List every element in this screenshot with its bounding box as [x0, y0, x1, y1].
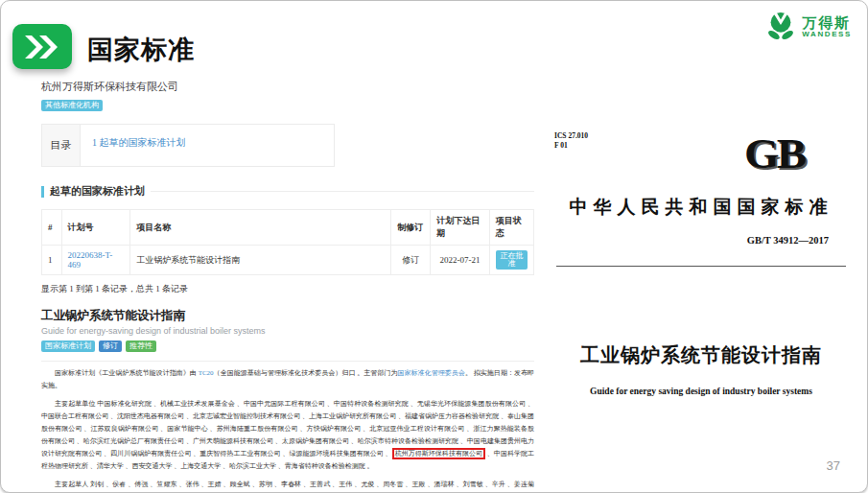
toc-body: 1 起草的国家标准计划 — [81, 125, 334, 166]
double-chevron-icon — [12, 24, 72, 69]
col-date: 计划下达日期 — [431, 210, 490, 246]
table-header-row: # 计划号 项目名称 制修订 计划下达日期 项目状态 — [42, 210, 534, 246]
col-status: 项目状态 — [489, 210, 533, 246]
gb-logo: GB — [744, 129, 804, 177]
intro-text-1: 国家标准计划《工业锅炉系统节能设计指南》由 — [55, 369, 199, 377]
page-number: 37 — [827, 458, 840, 473]
cover-rule — [556, 266, 846, 267]
standard-title: 工业锅炉系统节能设计指南 — [41, 308, 534, 324]
section-title: 起草的国家标准计划 — [50, 184, 145, 199]
page-title: 国家标准 — [87, 33, 195, 67]
company-name: 杭州万得斯环保科技有限公司 — [41, 80, 534, 94]
paragraph-drafting-units: 主要起草单位 中国标准化研究院 、机械工业技术发展基金会 、中国中元国际工程有限… — [41, 398, 534, 473]
cover-subtitle-en: Guide for energy saving design of indust… — [543, 387, 859, 396]
intro-text-2: （全国能源基础与管理标准化技术委员会）归口 。主管部门为 — [214, 369, 398, 377]
class-code-line: F 01 — [554, 141, 588, 151]
col-name: 项目名称 — [130, 210, 391, 246]
slide: 国家标准 万得斯 WANDESS 杭州万得斯环保科技有限公司 其他标准化机构 目… — [0, 0, 868, 493]
cover-title: 工业锅炉系统节能设计指南 — [543, 342, 859, 368]
table-row: 1 20220638-T-469 工业锅炉系统节能设计指南 修订 2022-07… — [42, 246, 534, 275]
brand-name-en: WANDESS — [802, 31, 852, 38]
chevron-right-icon — [22, 34, 62, 60]
section-accent-bar — [41, 186, 44, 198]
toc-box: 目录 1 起草的国家标准计划 — [41, 124, 335, 167]
webpage-screenshot: 杭州万得斯环保科技有限公司 其他标准化机构 目录 1 起草的国家标准计划 起草的… — [41, 80, 534, 493]
plan-number-link[interactable]: 20220638-T-469 — [68, 250, 113, 270]
authors-text-1: 主要起草人 刘钊 、侯睿 、傅强 、笪耀东 、张伟 、王婧 、顾全斌 、苏明 、… — [41, 481, 534, 493]
badge-national-plan: 国家标准计划 — [41, 340, 95, 352]
col-plan-no: 计划号 — [61, 210, 130, 246]
cell-project-name: 工业锅炉系统节能设计指南 — [130, 246, 391, 275]
content-divider — [41, 361, 534, 362]
standard-cover-page: ICS 27.010 F 01 GB 中华人民共和国国家标准 GB/T 3491… — [543, 122, 859, 453]
brand-name-cn: 万得斯 — [802, 15, 852, 31]
status-badge: 正在批准 — [496, 250, 528, 270]
paragraph-intro: 国家标准计划《工业锅炉系统节能设计指南》由 TC20（全国能源基础与管理标准化技… — [41, 367, 534, 392]
cover-header: 中华人民共和国国家标准 — [543, 195, 859, 220]
highlighted-company: 杭州万得斯环保科技有限公司 — [392, 448, 485, 459]
section-divider — [151, 191, 534, 192]
cell-revision: 修订 — [391, 246, 431, 275]
badge-recommended: 推荐性 — [126, 340, 156, 352]
section-header: 起草的国家标准计划 — [41, 184, 534, 199]
sac-link[interactable]: 国家标准化管理委员会 — [397, 369, 464, 377]
cell-date: 2022-07-21 — [431, 246, 490, 275]
standard-code: GB/T 34912—2017 — [747, 235, 829, 246]
cell-index: 1 — [42, 246, 62, 275]
col-revision: 制修订 — [391, 210, 431, 246]
toc-label: 目录 — [42, 125, 81, 166]
plans-table: # 计划号 项目名称 制修订 计划下达日期 项目状态 1 20220638-T-… — [41, 209, 534, 275]
col-index: # — [42, 210, 62, 246]
badge-revision: 修订 — [99, 340, 122, 352]
brand-logo: 万得斯 WANDESS — [764, 11, 852, 43]
ics-line: ICS 27.010 — [554, 131, 588, 141]
ics-code: ICS 27.010 F 01 — [554, 131, 588, 151]
tc20-link[interactable]: TC20 — [199, 369, 214, 377]
standard-badges: 国家标准计划 修订 推荐性 — [41, 340, 534, 352]
records-summary: 显示第 1 到第 1 条记录，总共 1 条记录 — [41, 283, 534, 295]
paragraph-drafters: 主要起草人 刘钊 、侯睿 、傅强 、笪耀东 、张伟 、王婧 、顾全斌 、苏明 、… — [41, 479, 534, 493]
org-type-badge: 其他标准化机构 — [41, 100, 103, 111]
toc-link-drafted-plans[interactable]: 1 起草的国家标准计划 — [92, 137, 186, 148]
standard-subtitle-en: Guide for energy-saving design of indust… — [41, 326, 534, 336]
wandess-plant-icon — [764, 11, 797, 43]
